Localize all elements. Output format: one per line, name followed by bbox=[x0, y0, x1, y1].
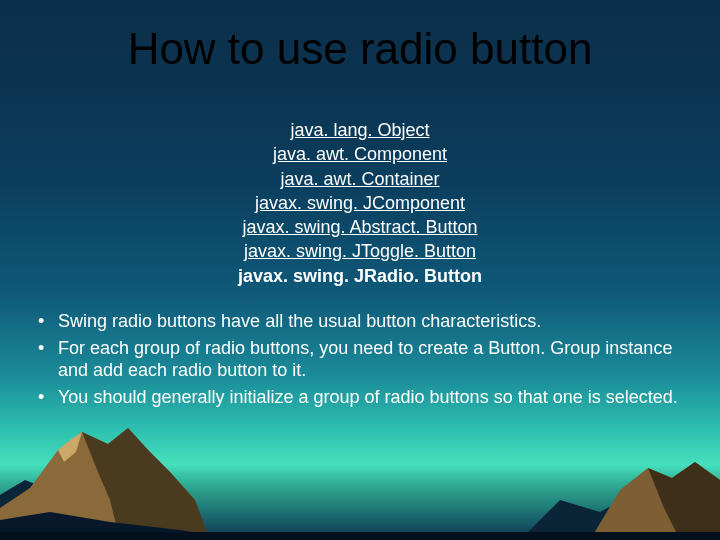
hierarchy-link: java. awt. Container bbox=[280, 169, 439, 189]
hierarchy-final: javax. swing. JRadio. Button bbox=[238, 266, 482, 286]
slide: How to use radio button java. lang. Obje… bbox=[0, 0, 720, 540]
hierarchy-link: java. lang. Object bbox=[290, 120, 429, 140]
list-item: You should generally initialize a group … bbox=[32, 386, 684, 409]
list-item: Swing radio buttons have all the usual b… bbox=[32, 310, 684, 333]
hierarchy-link: javax. swing. JToggle. Button bbox=[244, 241, 476, 261]
bullet-list: Swing radio buttons have all the usual b… bbox=[32, 310, 684, 412]
hierarchy-link: javax. swing. Abstract. Button bbox=[242, 217, 477, 237]
class-hierarchy: java. lang. Object java. awt. Component … bbox=[0, 118, 720, 288]
list-item: For each group of radio buttons, you nee… bbox=[32, 337, 684, 382]
slide-title: How to use radio button bbox=[0, 24, 720, 74]
hierarchy-link: java. awt. Component bbox=[273, 144, 447, 164]
hierarchy-link: javax. swing. JComponent bbox=[255, 193, 465, 213]
